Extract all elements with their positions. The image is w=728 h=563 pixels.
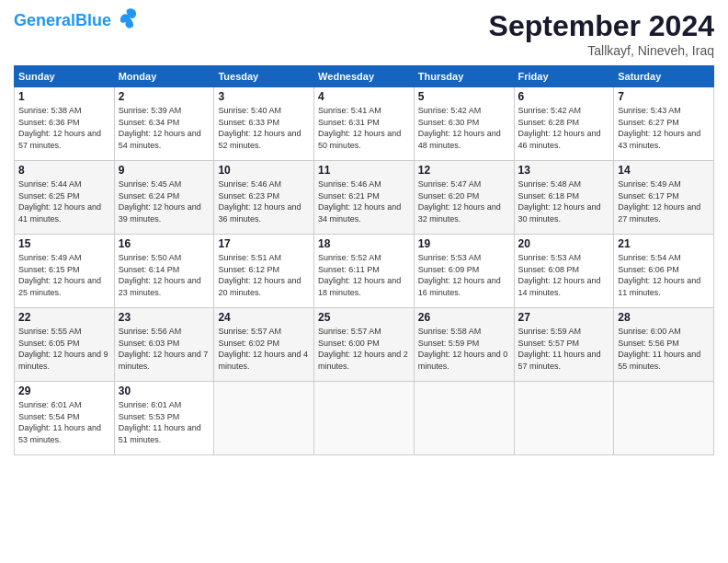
daylight-label: Daylight: 12 hours and 39 minutes.: [119, 202, 201, 224]
calendar-row: 15 Sunrise: 5:49 AM Sunset: 6:15 PM Dayl…: [15, 235, 714, 308]
day-number: 2: [119, 90, 210, 103]
calendar-cell: 13 Sunrise: 5:48 AM Sunset: 6:18 PM Dayl…: [514, 161, 614, 235]
calendar-cell: 21 Sunrise: 5:54 AM Sunset: 6:06 PM Dayl…: [614, 235, 714, 308]
sunset-label: Sunset: 6:30 PM: [418, 118, 480, 127]
daylight-label: Daylight: 12 hours and 18 minutes.: [318, 276, 401, 297]
sunset-label: Sunset: 5:57 PM: [518, 339, 580, 348]
day-info: Sunrise: 5:41 AM Sunset: 6:31 PM Dayligh…: [318, 105, 410, 151]
day-number: 15: [18, 237, 110, 250]
daylight-label: Daylight: 12 hours and 14 minutes.: [518, 276, 601, 297]
sunrise-label: Sunrise: 5:42 AM: [418, 106, 482, 115]
daylight-label: Daylight: 12 hours and 20 minutes.: [218, 276, 301, 297]
calendar-cell: 9 Sunrise: 5:45 AM Sunset: 6:24 PM Dayli…: [114, 161, 214, 235]
day-number: 27: [518, 311, 610, 324]
daylight-label: Daylight: 12 hours and 30 minutes.: [518, 202, 601, 224]
calendar-cell: 28 Sunrise: 6:00 AM Sunset: 5:56 PM Dayl…: [614, 308, 714, 382]
location: Tallkayf, Nineveh, Iraq: [489, 43, 714, 58]
title-block: September 2024 Tallkayf, Nineveh, Iraq: [489, 9, 714, 58]
day-number: 17: [218, 237, 310, 250]
logo-general: General: [14, 11, 75, 29]
col-monday: Monday: [114, 66, 214, 87]
daylight-label: Daylight: 12 hours and 32 minutes.: [418, 202, 501, 224]
day-info: Sunrise: 5:51 AM Sunset: 6:12 PM Dayligh…: [218, 252, 310, 298]
sunrise-label: Sunrise: 5:57 AM: [318, 327, 381, 336]
sunrise-label: Sunrise: 6:01 AM: [18, 400, 82, 409]
sunset-label: Sunset: 6:18 PM: [518, 191, 580, 201]
header: GeneralBlue September 2024 Tallkayf, Nin…: [14, 9, 714, 58]
day-info: Sunrise: 5:49 AM Sunset: 6:17 PM Dayligh…: [618, 178, 710, 224]
sunset-label: Sunset: 5:59 PM: [418, 339, 480, 348]
day-number: 9: [119, 164, 210, 177]
sunset-label: Sunset: 6:11 PM: [318, 265, 380, 274]
day-number: 4: [318, 90, 410, 103]
calendar-cell: 29 Sunrise: 6:01 AM Sunset: 5:54 PM Dayl…: [15, 382, 115, 455]
calendar-cell: 24 Sunrise: 5:57 AM Sunset: 6:02 PM Dayl…: [214, 308, 314, 382]
day-number: 6: [518, 90, 610, 103]
day-info: Sunrise: 5:48 AM Sunset: 6:18 PM Dayligh…: [518, 178, 610, 224]
day-number: 12: [418, 164, 510, 177]
day-info: Sunrise: 5:45 AM Sunset: 6:24 PM Dayligh…: [119, 178, 210, 224]
calendar-row: 8 Sunrise: 5:44 AM Sunset: 6:25 PM Dayli…: [15, 161, 714, 235]
daylight-label: Daylight: 12 hours and 25 minutes.: [18, 276, 101, 297]
sunrise-label: Sunrise: 5:47 AM: [418, 179, 482, 189]
daylight-label: Daylight: 12 hours and 48 minutes.: [418, 129, 501, 150]
daylight-label: Daylight: 12 hours and 54 minutes.: [119, 129, 201, 150]
sunset-label: Sunset: 6:02 PM: [218, 339, 279, 348]
sunset-label: Sunset: 5:56 PM: [618, 339, 679, 348]
day-number: 23: [119, 311, 210, 324]
day-info: Sunrise: 5:56 AM Sunset: 6:03 PM Dayligh…: [119, 326, 210, 372]
calendar-row: 29 Sunrise: 6:01 AM Sunset: 5:54 PM Dayl…: [15, 382, 714, 455]
day-info: Sunrise: 5:47 AM Sunset: 6:20 PM Dayligh…: [418, 178, 510, 224]
day-info: Sunrise: 5:39 AM Sunset: 6:34 PM Dayligh…: [119, 105, 210, 151]
calendar-cell: 19 Sunrise: 5:53 AM Sunset: 6:09 PM Dayl…: [414, 235, 514, 308]
daylight-label: Daylight: 12 hours and 34 minutes.: [318, 202, 401, 224]
calendar-cell: 22 Sunrise: 5:55 AM Sunset: 6:05 PM Dayl…: [15, 308, 115, 382]
calendar-cell: 2 Sunrise: 5:39 AM Sunset: 6:34 PM Dayli…: [114, 87, 214, 161]
sunset-label: Sunset: 6:33 PM: [218, 118, 279, 127]
day-info: Sunrise: 5:42 AM Sunset: 6:28 PM Dayligh…: [518, 105, 610, 151]
sunset-label: Sunset: 6:06 PM: [618, 265, 679, 274]
logo-blue: Blue: [75, 11, 111, 29]
sunrise-label: Sunrise: 5:45 AM: [119, 179, 182, 189]
sunrise-label: Sunrise: 5:41 AM: [318, 106, 381, 115]
day-number: 1: [18, 90, 110, 103]
day-info: Sunrise: 5:54 AM Sunset: 6:06 PM Dayligh…: [618, 252, 710, 298]
day-number: 10: [218, 164, 310, 177]
sunrise-label: Sunrise: 5:54 AM: [618, 253, 681, 262]
day-number: 14: [618, 164, 710, 177]
day-number: 11: [318, 164, 410, 177]
sunset-label: Sunset: 6:25 PM: [18, 191, 80, 201]
day-number: 22: [18, 311, 110, 324]
calendar-cell: 3 Sunrise: 5:40 AM Sunset: 6:33 PM Dayli…: [214, 87, 314, 161]
calendar-cell: 6 Sunrise: 5:42 AM Sunset: 6:28 PM Dayli…: [514, 87, 614, 161]
calendar-cell: 10 Sunrise: 5:46 AM Sunset: 6:23 PM Dayl…: [214, 161, 314, 235]
day-number: 7: [618, 90, 710, 103]
day-info: Sunrise: 5:59 AM Sunset: 5:57 PM Dayligh…: [518, 326, 610, 372]
sunrise-label: Sunrise: 5:51 AM: [218, 253, 281, 262]
daylight-label: Daylight: 11 hours and 51 minutes.: [119, 423, 201, 444]
day-info: Sunrise: 6:01 AM Sunset: 5:53 PM Dayligh…: [119, 399, 210, 445]
sunset-label: Sunset: 6:31 PM: [318, 118, 380, 127]
sunset-label: Sunset: 6:17 PM: [618, 191, 679, 201]
daylight-label: Daylight: 12 hours and 16 minutes.: [418, 276, 501, 297]
sunrise-label: Sunrise: 5:49 AM: [18, 253, 82, 262]
sunrise-label: Sunrise: 5:58 AM: [418, 327, 482, 336]
col-sunday: Sunday: [15, 66, 115, 87]
day-number: 8: [18, 164, 110, 177]
day-number: 13: [518, 164, 610, 177]
daylight-label: Daylight: 12 hours and 57 minutes.: [18, 129, 101, 150]
day-info: Sunrise: 5:53 AM Sunset: 6:08 PM Dayligh…: [518, 252, 610, 298]
daylight-label: Daylight: 12 hours and 52 minutes.: [218, 129, 301, 150]
logo-bird-icon: [115, 6, 141, 31]
day-number: 20: [518, 237, 610, 250]
sunrise-label: Sunrise: 5:42 AM: [518, 106, 582, 115]
sunset-label: Sunset: 6:03 PM: [119, 339, 180, 348]
calendar-cell: 14 Sunrise: 5:49 AM Sunset: 6:17 PM Dayl…: [614, 161, 714, 235]
day-info: Sunrise: 6:00 AM Sunset: 5:56 PM Dayligh…: [618, 326, 710, 372]
sunrise-label: Sunrise: 5:53 AM: [518, 253, 582, 262]
daylight-label: Daylight: 11 hours and 55 minutes.: [618, 350, 700, 371]
day-info: Sunrise: 5:42 AM Sunset: 6:30 PM Dayligh…: [418, 105, 510, 151]
sunset-label: Sunset: 6:24 PM: [119, 191, 180, 201]
daylight-label: Daylight: 12 hours and 36 minutes.: [218, 202, 301, 224]
daylight-label: Daylight: 12 hours and 50 minutes.: [318, 129, 401, 150]
